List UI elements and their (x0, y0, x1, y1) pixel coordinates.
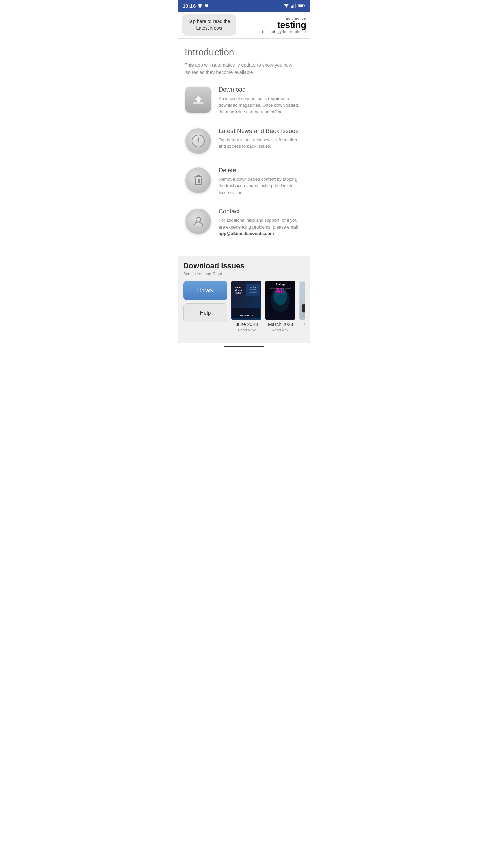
feature-latest-news-title: Latest News and Back Issues (219, 127, 303, 135)
svg-text:ARCTIC FALLS: ARCTIC FALLS (240, 314, 253, 316)
bottom-layout: Library Help (183, 281, 305, 337)
feature-download-text: Download An internet connection is requi… (219, 86, 303, 115)
compass-icon-wrap (185, 127, 212, 155)
logo-area: automotive testing technology internatio… (262, 17, 306, 34)
svg-text:testing: testing (276, 283, 285, 286)
svg-rect-21 (232, 308, 260, 318)
help-button[interactable]: Help (183, 303, 227, 322)
magazine-action-june: Read Now (231, 328, 262, 332)
svg-rect-38 (302, 304, 305, 312)
feature-latest-news-text: Latest News and Back Issues Tap here for… (219, 127, 303, 150)
magazine-cover-march[interactable]: AI: testing technology international (265, 281, 295, 320)
svg-text:all year: all year (235, 289, 242, 292)
contact-email: app@ukimediaevents.com (219, 231, 274, 236)
svg-text:revolution: revolution (249, 291, 256, 293)
svg-rect-6 (304, 5, 305, 6)
svg-text:Software: Software (250, 289, 256, 290)
feature-delete-text: Delete Remove downloaded content by tapp… (219, 167, 303, 196)
signal-icon (291, 3, 296, 8)
svg-rect-15 (197, 175, 200, 177)
magazine-date-june: June 2023 (231, 322, 262, 327)
svg-text:technology international: technology international (269, 287, 291, 289)
feature-delete-title: Delete (219, 167, 303, 174)
magazine-date-nov: November 2022 (299, 322, 305, 333)
person-icon (185, 209, 211, 234)
feature-contact-text: Contact For additional help and support,… (219, 208, 303, 237)
svg-rect-3 (295, 4, 296, 8)
cat-icon (204, 3, 209, 8)
svg-rect-1 (292, 5, 293, 8)
intro-description: This app will automatically update to sh… (185, 62, 303, 76)
feature-latest-news: Latest News and Back Issues Tap here for… (185, 127, 303, 155)
trash-icon-wrap (185, 167, 212, 194)
home-indicator (178, 343, 310, 350)
svg-rect-5 (298, 5, 303, 7)
download-icon (185, 87, 211, 113)
battery-icon (298, 4, 305, 8)
svg-marker-8 (195, 96, 202, 102)
logo-main: testing (262, 20, 306, 30)
feature-latest-news-desc: Tap here for the latest news, informatio… (219, 137, 303, 150)
magazine-item-nov: testing technology international TRACK C… (299, 281, 305, 337)
trash-icon (185, 167, 211, 193)
svg-point-12 (198, 140, 199, 142)
magazine-action-nov: Read Now (299, 333, 305, 337)
scrolls-hint: Scrolls Left and Right (183, 272, 305, 276)
feature-download: Download An internet connection is requi… (185, 86, 303, 115)
feature-contact-desc: For additional help and support, or if y… (219, 217, 303, 237)
news-tap-button[interactable]: Tap here to read the Latest News (182, 14, 236, 36)
download-icon-wrap (185, 86, 212, 113)
download-issues-title: Download Issues (183, 261, 305, 270)
bottom-section: Download Issues Scrolls Left and Right L… (178, 256, 310, 343)
logo-sub: technology international (262, 30, 306, 34)
magazine-cover-june[interactable]: testing Software revolution Winter all y… (231, 281, 261, 320)
person-icon-wrap (185, 208, 212, 235)
intro-title: Introduction (185, 47, 303, 58)
svg-text:testing: testing (250, 286, 256, 288)
svg-text:round: round (235, 292, 241, 294)
header: Tap here to read the Latest News automot… (178, 12, 310, 39)
bottom-buttons: Library Help (183, 281, 227, 322)
magazine-action-march: Read Now (265, 328, 296, 332)
feature-download-title: Download (219, 86, 303, 93)
main-content: Introduction This app will automatically… (178, 39, 310, 256)
magazine-scroll[interactable]: testing Software revolution Winter all y… (231, 281, 305, 337)
svg-rect-37 (300, 282, 305, 298)
wifi-icon (284, 4, 289, 8)
shield-icon (198, 3, 202, 8)
feature-delete-desc: Remove downloaded content by tapping the… (219, 176, 303, 196)
svg-rect-7 (193, 102, 204, 104)
home-bar (224, 346, 264, 347)
magazine-cover-nov[interactable]: testing technology international TRACK C… (299, 281, 305, 320)
svg-rect-0 (291, 6, 292, 8)
svg-rect-2 (294, 5, 294, 8)
feature-delete: Delete Remove downloaded content by tapp… (185, 167, 303, 196)
compass-icon (185, 128, 211, 154)
time-display: 10:16 (183, 3, 196, 9)
magazine-item-march: AI: testing technology international Mar… (265, 281, 296, 337)
library-button[interactable]: Library (183, 281, 227, 300)
status-bar-right (284, 3, 305, 8)
feature-download-desc: An internet connection is required to do… (219, 95, 303, 115)
magazine-item-june: testing Software revolution Winter all y… (231, 281, 262, 337)
magazine-date-march: March 2023 (265, 322, 296, 327)
feature-contact: Contact For additional help and support,… (185, 208, 303, 237)
svg-point-19 (196, 217, 201, 222)
status-bar: 10:16 (178, 0, 310, 12)
feature-contact-title: Contact (219, 208, 303, 215)
svg-text:COLMIS: COLMIS (303, 315, 305, 317)
status-bar-left: 10:16 (183, 3, 209, 9)
svg-text:Winter: Winter (235, 286, 242, 288)
